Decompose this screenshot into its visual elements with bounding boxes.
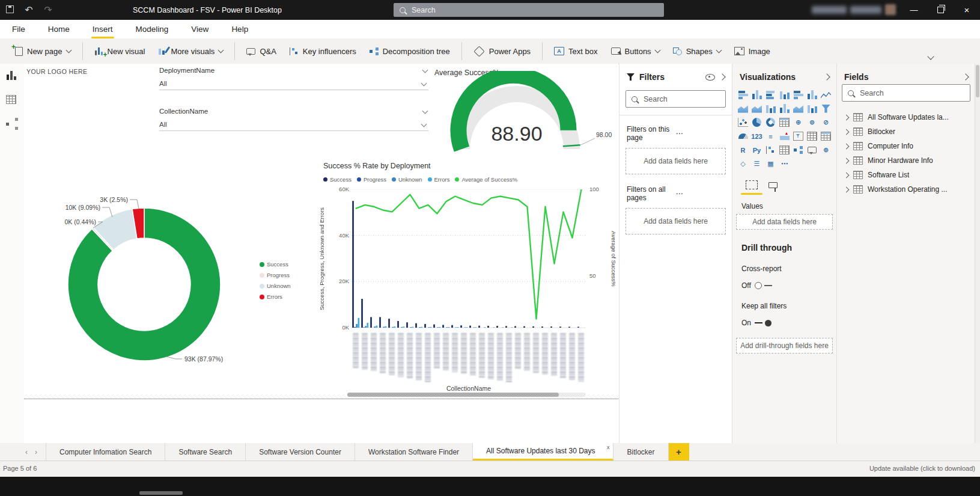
fields-search-box[interactable] — [842, 84, 970, 102]
legend-item-average-of-success[interactable]: Average of Success% — [455, 176, 517, 183]
menu-item-help[interactable]: Help — [230, 21, 249, 37]
combo-chart-plot[interactable] — [352, 189, 586, 329]
model-view-icon[interactable] — [6, 118, 18, 130]
visual-funnel-chart-icon[interactable] — [819, 102, 833, 115]
visual-multi-row-card-icon[interactable]: ≡ — [764, 129, 778, 143]
visual-line-chart-icon[interactable] — [819, 88, 833, 102]
visual-qa-visual-icon[interactable] — [805, 143, 819, 157]
visual-smart-narrative-icon[interactable]: ☰ — [750, 157, 764, 171]
visual-card-icon[interactable]: 123 — [750, 129, 764, 143]
filter-dropzone[interactable]: Add data fields here — [625, 208, 726, 234]
close-button[interactable]: × — [954, 0, 980, 20]
scrollbar-thumb[interactable] — [347, 393, 559, 397]
more-options-icon[interactable]: ⋯ — [676, 189, 725, 198]
page-tab-software-search[interactable]: Software Search — [165, 443, 246, 461]
fields-table-row[interactable]: Minor Hardware Info — [837, 153, 975, 168]
filter-dropzone[interactable]: Add data fields here — [625, 148, 726, 174]
ribbon-new-page-button[interactable]: New page — [8, 43, 78, 60]
ribbon-new-visual-button[interactable]: New visual — [88, 43, 152, 60]
visual-pie-chart-icon[interactable] — [750, 115, 764, 129]
filters-search-input[interactable] — [642, 94, 717, 104]
menu-item-insert[interactable]: Insert — [91, 21, 114, 37]
undo-icon[interactable]: ↶ — [19, 4, 38, 16]
ribbon-q-a-button[interactable]: Q&A — [240, 43, 282, 60]
global-search-input[interactable] — [410, 5, 641, 15]
page-tab-computer-infomation-search[interactable]: Computer Infomation Search — [46, 443, 165, 461]
menu-item-modeling[interactable]: Modeling — [135, 21, 170, 37]
ribbon-image-button[interactable]: Image — [728, 43, 777, 60]
page-tab-all-software-updates-last-30-days[interactable]: All Software Updates last 30 Daysx — [473, 443, 613, 461]
visual-shape-map-icon[interactable]: ⊘ — [819, 115, 833, 129]
visual-treemap-icon[interactable] — [778, 115, 791, 129]
visual-waterfall-chart-icon[interactable] — [805, 102, 819, 115]
menu-item-file[interactable]: File — [11, 21, 26, 37]
fields-table-row[interactable]: Workstation Operating ... — [837, 182, 975, 197]
format-tab-icon[interactable] — [768, 182, 778, 188]
visual-donut-chart-icon[interactable] — [764, 115, 778, 129]
ribbon-more-visuals-button[interactable]: More visuals — [151, 43, 230, 60]
legend-item-progress[interactable]: Progress — [357, 176, 386, 183]
expand-chevron-icon[interactable] — [844, 114, 850, 120]
fields-table-row[interactable]: All Software Updates la... — [837, 110, 975, 124]
combo-chart-scrollbar[interactable] — [347, 393, 586, 397]
visual-r-script-visual-icon[interactable]: R — [736, 143, 750, 157]
page-tab-software-version-counter[interactable]: Software Version Counter — [246, 443, 355, 461]
legend-item-success[interactable]: Success — [260, 261, 291, 268]
legend-item-progress[interactable]: Progress — [260, 272, 291, 278]
cross-report-toggle[interactable]: Off — [741, 281, 836, 290]
visual-paginated-report-icon[interactable] — [778, 143, 791, 157]
more-options-icon[interactable]: ⋯ — [676, 129, 725, 138]
expand-chevron-icon[interactable] — [844, 186, 850, 192]
fields-table-row[interactable]: Computer Info — [837, 139, 975, 153]
gauge-chart[interactable]: 88.90 98.00 — [415, 71, 618, 155]
visual-scatter-chart-icon[interactable] — [736, 115, 750, 129]
ribbon-decomposition-tree-button[interactable]: Decomposition tree — [363, 43, 457, 60]
ribbon-text-box-button[interactable]: Text box — [547, 43, 604, 60]
expand-chevron-icon[interactable] — [844, 158, 850, 164]
donut-chart[interactable]: 3K (2.5%)10K (9.09%)0K (0.44%)93K (87.97… — [42, 187, 294, 379]
visual-python-visual-icon[interactable]: Py — [750, 143, 764, 157]
legend-item-unknown[interactable]: Unknown — [392, 176, 422, 183]
visual-area-chart-icon[interactable] — [736, 102, 750, 115]
global-search-box[interactable] — [394, 3, 664, 17]
save-icon[interactable] — [0, 5, 19, 15]
visual-100-stacked-column-chart-icon[interactable] — [805, 88, 819, 102]
visual-decomposition-tree-icon[interactable] — [791, 143, 805, 157]
visual-slicer-icon[interactable] — [791, 129, 805, 143]
minimize-button[interactable]: — — [901, 0, 927, 20]
filters-search-box[interactable] — [625, 90, 726, 108]
visual-arcgis-map-icon[interactable]: ⊕ — [819, 143, 833, 157]
page-tab-workstation-software-finder[interactable]: Workstation Software Finder — [355, 443, 473, 461]
slicer-dropdown[interactable]: All — [159, 121, 428, 131]
visual-key-influencers-icon[interactable] — [764, 143, 778, 157]
visual-stacked-bar-chart-icon[interactable] — [736, 88, 750, 102]
new-page-tab-button[interactable]: + — [669, 443, 689, 461]
fields-tab-icon[interactable] — [746, 180, 758, 189]
next-page-arrow[interactable]: › — [35, 448, 37, 456]
visual-ribbon-chart-icon[interactable] — [791, 102, 805, 115]
visual-table-icon[interactable] — [805, 129, 819, 143]
previous-page-arrow[interactable]: ‹ — [25, 448, 28, 456]
visual-more-options-icon[interactable]: ⋯ — [778, 157, 791, 171]
redo-icon[interactable]: ↷ — [38, 4, 58, 16]
visual-power-apps-visual-icon[interactable]: ◇ — [736, 157, 750, 171]
avatar[interactable] — [885, 4, 896, 15]
page-tab-bitlocker[interactable]: Bitlocker — [613, 443, 668, 461]
visual-kpi-icon[interactable] — [778, 129, 791, 143]
window-scrollbar[interactable] — [975, 64, 980, 443]
data-view-icon[interactable] — [6, 95, 16, 104]
collapse-pane-icon[interactable] — [962, 73, 969, 80]
drill-through-dropzone[interactable]: Add drill-through fields here — [736, 338, 833, 354]
report-view-icon[interactable] — [6, 71, 16, 80]
update-available-link[interactable]: Update available (click to download) — [869, 465, 975, 472]
visual-matrix-icon[interactable] — [819, 129, 833, 143]
fields-table-row[interactable]: Bitlocker — [837, 124, 975, 139]
expand-chevron-icon[interactable] — [844, 129, 850, 135]
ribbon-shapes-button[interactable]: Shapes — [666, 43, 728, 60]
collapse-pane-icon[interactable] — [719, 73, 725, 80]
visual-map-icon[interactable]: ⊕ — [791, 115, 805, 129]
fields-table-row[interactable]: Software List — [837, 168, 975, 182]
visual-line-and-clustered-column-chart-icon[interactable] — [778, 102, 791, 115]
visual-line-and-stacked-column-chart-icon[interactable] — [764, 102, 778, 115]
legend-item-errors[interactable]: Errors — [428, 176, 450, 183]
